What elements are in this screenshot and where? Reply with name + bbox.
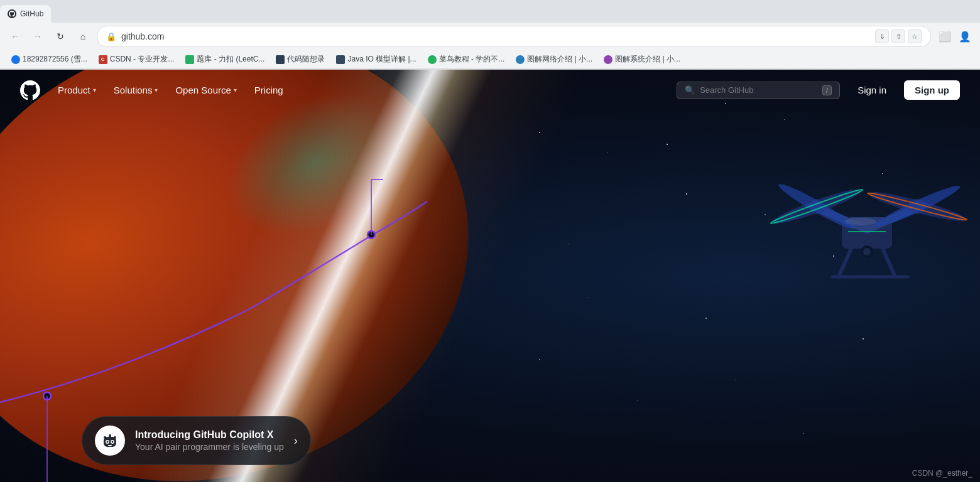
svg-rect-29: [108, 445, 112, 446]
bookmark-leetcode-favicon: [185, 55, 194, 64]
github-page: Product ▾ Solutions ▾ Open Source ▾ Pric…: [0, 70, 980, 482]
tab-favicon-github: [8, 9, 16, 18]
svg-point-22: [845, 218, 876, 225]
search-placeholder-text: Search GitHub: [700, 85, 817, 95]
copilot-banner[interactable]: Introducing GitHub Copilot X Your AI pai…: [82, 416, 311, 465]
search-box[interactable]: 🔍 Search GitHub /: [677, 82, 840, 99]
secure-icon: 🔒: [106, 32, 116, 41]
copilot-robot-icon: [101, 432, 119, 449]
nav-solutions-label: Solutions: [114, 85, 153, 95]
download-icon[interactable]: ⇓: [875, 29, 889, 43]
svg-line-17: [839, 249, 851, 277]
bookmark-code[interactable]: 代码随想录: [271, 52, 330, 67]
svg-point-32: [104, 436, 106, 439]
nav-items: Product ▾ Solutions ▾ Open Source ▾ Pric…: [50, 80, 291, 100]
search-shortcut-key: /: [822, 85, 832, 95]
signup-button[interactable]: Sign up: [904, 80, 960, 100]
search-icon: 🔍: [685, 85, 695, 95]
nav-open-source-chevron: ▾: [234, 87, 237, 94]
active-tab[interactable]: GitHub: [0, 5, 51, 23]
forward-button[interactable]: →: [29, 28, 46, 45]
svg-point-14: [872, 181, 962, 232]
signin-button[interactable]: Sign in: [850, 81, 894, 99]
github-navbar: Product ▾ Solutions ▾ Open Source ▾ Pric…: [0, 70, 980, 110]
extension-icon[interactable]: ⬜: [936, 28, 954, 45]
svg-point-33: [114, 436, 116, 439]
nav-solutions[interactable]: Solutions ▾: [106, 80, 166, 100]
github-logo[interactable]: [20, 80, 40, 100]
nav-open-source-label: Open Source: [175, 85, 231, 95]
bookmarks-bar: 18292872556 (雪... C CSDN - 专业开发... 题库 - …: [0, 50, 980, 69]
address-bar[interactable]: 🔒 github.com ⇓ ⇧ ☆: [97, 26, 931, 47]
bookmark-star-icon[interactable]: ☆: [908, 29, 922, 43]
drone-illustration: [760, 120, 974, 321]
bookmark-network-favicon: [516, 55, 525, 64]
bookmark-javaio-favicon: [336, 55, 345, 64]
nav-right: 🔍 Search GitHub / Sign in Sign up: [677, 80, 960, 100]
toolbar-right: ⬜ 👤: [936, 28, 974, 45]
bookmark-leetcode-label: 题库 - 力扣 (LeetC...: [197, 54, 264, 65]
bookmark-qq-label: 18292872556 (雪...: [23, 54, 87, 65]
bookmark-qq-favicon: [11, 55, 20, 64]
svg-point-12: [776, 179, 858, 233]
nav-product[interactable]: Product ▾: [50, 80, 104, 100]
svg-line-18: [883, 249, 895, 277]
nav-product-chevron: ▾: [93, 87, 96, 94]
bookmark-os-favicon: [604, 55, 612, 64]
bookmark-os[interactable]: 图解系统介绍 | 小...: [599, 52, 685, 67]
address-right: ⇓ ⇧ ☆: [875, 29, 922, 43]
drone-svg: [760, 120, 974, 321]
reload-button[interactable]: ↻: [52, 28, 69, 45]
svg-rect-30: [109, 434, 111, 437]
nav-solutions-chevron: ▾: [155, 87, 158, 94]
bookmark-leetcode[interactable]: 题库 - 力扣 (LeetC...: [180, 52, 270, 67]
svg-point-28: [112, 441, 114, 443]
bookmark-runoob-label: 菜鸟教程 - 学的不...: [439, 54, 505, 65]
browser-toolbar: ← → ↻ ⌂ 🔒 github.com ⇓ ⇧ ☆ ⬜ 👤: [0, 23, 980, 50]
copilot-subtitle: Your AI pair programmer is leveling up: [135, 442, 284, 452]
bookmark-network-label: 图解网络介绍 | 小...: [527, 54, 592, 65]
bookmark-runoob-favicon: [428, 55, 437, 64]
bookmark-runoob[interactable]: 菜鸟教程 - 学的不...: [423, 52, 510, 67]
copilot-title: Introducing GitHub Copilot X: [135, 429, 284, 441]
bookmark-csdn-favicon: C: [99, 55, 107, 64]
browser-chrome: GitHub ← → ↻ ⌂ 🔒 github.com ⇓ ⇧ ☆ ⬜ 👤 18…: [0, 0, 980, 70]
bookmark-network[interactable]: 图解网络介绍 | 小...: [511, 52, 597, 67]
bookmark-code-label: 代码随想录: [287, 54, 325, 65]
bookmark-javaio[interactable]: Java IO 模型详解 |...: [331, 52, 421, 67]
nav-open-source[interactable]: Open Source ▾: [168, 80, 244, 100]
nav-pricing-label: Pricing: [254, 85, 283, 95]
browser-tabs: GitHub: [0, 0, 980, 23]
home-button[interactable]: ⌂: [74, 28, 92, 45]
bookmark-javaio-label: Java IO 模型详解 |...: [347, 54, 416, 65]
svg-point-27: [107, 441, 109, 443]
url-text: github.com: [121, 31, 870, 41]
back-button[interactable]: ←: [6, 28, 24, 45]
bookmark-qq[interactable]: 18292872556 (雪...: [6, 52, 92, 67]
svg-point-21: [863, 248, 871, 255]
profile-icon[interactable]: 👤: [956, 28, 974, 45]
tab-label: GitHub: [20, 9, 43, 18]
nav-product-label: Product: [58, 85, 90, 95]
copilot-text-block: Introducing GitHub Copilot X Your AI pai…: [135, 429, 284, 452]
watermark: CSDN @_esther_: [912, 469, 972, 478]
share-icon[interactable]: ⇧: [891, 29, 905, 43]
bookmark-code-favicon: [276, 55, 285, 64]
bookmark-os-label: 图解系统介绍 | 小...: [615, 54, 680, 65]
bookmark-csdn-label: CSDN - 专业开发...: [110, 54, 175, 65]
copilot-arrow-icon: ›: [294, 434, 298, 447]
nav-pricing[interactable]: Pricing: [247, 80, 291, 100]
bookmark-csdn[interactable]: C CSDN - 专业开发...: [94, 52, 180, 67]
copilot-icon-wrap: [95, 426, 125, 456]
